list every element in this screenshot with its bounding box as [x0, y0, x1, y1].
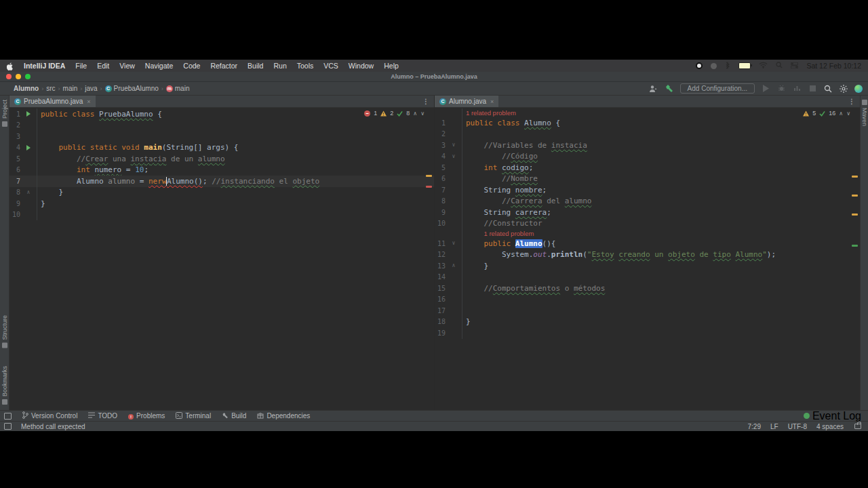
- file-encoding[interactable]: UTF-8: [788, 423, 807, 430]
- code-line-5[interactable]: 5//Crear una instacia de un alumno: [9, 153, 434, 165]
- code-line-13[interactable]: 13∧}: [435, 260, 860, 272]
- editor-options-icon[interactable]: ⋮: [422, 98, 430, 105]
- close-tab-icon[interactable]: ×: [87, 98, 90, 105]
- battery-icon[interactable]: [738, 62, 751, 69]
- search-icon[interactable]: [776, 62, 783, 70]
- stripe-mark-ok[interactable]: [852, 245, 858, 247]
- fold-end-icon[interactable]: ∧: [27, 190, 31, 195]
- settings-gear-icon[interactable]: [839, 84, 848, 94]
- code-line-5[interactable]: 5int codigo;: [435, 162, 860, 174]
- do-not-disturb-icon[interactable]: [711, 63, 717, 69]
- control-center-icon[interactable]: [791, 62, 798, 70]
- vcs-user-icon[interactable]: [649, 84, 658, 94]
- tab-alumno-java[interactable]: C Alumno.java ×: [435, 96, 498, 107]
- code-line-1[interactable]: 1public class Alumno {: [435, 117, 860, 129]
- tool-stripe-structure[interactable]: Structure: [1, 315, 8, 348]
- code-line-3[interactable]: 3: [9, 131, 434, 142]
- toolwindow-button-build[interactable]: Build: [222, 411, 246, 420]
- tool-stripe-bookmarks[interactable]: Bookmarks: [1, 366, 8, 405]
- breadcrumb-main[interactable]: main: [63, 85, 78, 92]
- toolwindow-button-terminal[interactable]: Terminal: [176, 411, 211, 420]
- menu-run[interactable]: Run: [273, 62, 286, 70]
- prev-problem-icon[interactable]: ∧: [839, 110, 843, 117]
- code-line-4[interactable]: 4∨//Código: [435, 151, 860, 163]
- tool-stripe-maven[interactable]: Maven: [861, 100, 868, 126]
- toolwindow-button-problems[interactable]: !Problems: [128, 411, 165, 420]
- caret-position[interactable]: 7:29: [747, 423, 760, 430]
- menu-window[interactable]: Window: [349, 62, 374, 70]
- wifi-icon[interactable]: [759, 62, 768, 70]
- readonly-lock-icon[interactable]: [854, 424, 861, 429]
- inspections-widget[interactable]: 128∧∨: [364, 110, 425, 117]
- menu-tools[interactable]: Tools: [297, 62, 314, 70]
- code-line-18[interactable]: 18}: [435, 317, 860, 328]
- code-line-10[interactable]: 10//Constructor: [435, 218, 860, 230]
- menu-navigate[interactable]: Navigate: [145, 62, 173, 70]
- stripe-mark-warning[interactable]: [852, 195, 858, 197]
- profiler-icon[interactable]: [792, 84, 802, 94]
- code-line-15[interactable]: 15//Comportamientos o métodos: [435, 283, 860, 294]
- menu-code[interactable]: Code: [183, 62, 200, 70]
- stripe-mark-warning[interactable]: [852, 176, 858, 178]
- toolwindow-button-version-control[interactable]: Version Control: [22, 411, 77, 420]
- breadcrumb-main[interactable]: mmain: [166, 85, 190, 92]
- inspections-widget[interactable]: 516∧∨: [803, 110, 850, 117]
- menu-edit[interactable]: Edit: [97, 62, 109, 70]
- code-line-6[interactable]: 6//Nombre: [435, 174, 860, 185]
- code-line-10[interactable]: 10: [9, 209, 434, 221]
- stripe-mark-error[interactable]: [426, 186, 432, 188]
- code-line-19[interactable]: 19: [435, 327, 860, 339]
- code-line-3[interactable]: 3∨//Variables de instacia: [435, 140, 860, 151]
- next-problem-icon[interactable]: ∨: [420, 110, 425, 117]
- toolwindow-button-todo[interactable]: TODO: [88, 411, 117, 420]
- tool-stripe-project[interactable]: Project: [1, 100, 8, 127]
- menu-vcs[interactable]: VCS: [323, 62, 338, 70]
- toolwindow-button-dependencies[interactable]: Dependencies: [257, 411, 310, 420]
- fold-icon[interactable]: ∨: [452, 241, 456, 246]
- code-line-8[interactable]: 8∧}: [9, 187, 434, 199]
- code-line-7[interactable]: 7Alumno alumno = nerwAlumno(); //instanc…: [9, 176, 434, 187]
- menu-clock[interactable]: Sat 12 Feb 10:12: [806, 62, 861, 70]
- code-with-me-sphere-icon[interactable]: [854, 85, 863, 93]
- stripe-mark-warning[interactable]: [852, 214, 858, 216]
- tab-pruebaalumno-java[interactable]: C PruebaAlumno.java ×: [9, 96, 96, 107]
- app-menu-intellij[interactable]: IntelliJ IDEA: [24, 62, 65, 70]
- code-line-4[interactable]: 4public static void main(String[] args) …: [9, 142, 434, 154]
- code-line-9[interactable]: 9String carrera;: [435, 207, 860, 218]
- menu-view[interactable]: View: [119, 62, 135, 70]
- code-line-8[interactable]: 8//Carrera del alumno: [435, 196, 860, 207]
- code-line-9[interactable]: 9}: [9, 198, 434, 209]
- bluetooth-icon[interactable]: [725, 62, 730, 70]
- fold-icon[interactable]: ∨: [452, 142, 456, 148]
- run-line-icon[interactable]: [26, 145, 31, 150]
- indent-setting[interactable]: 4 spaces: [816, 423, 844, 430]
- close-tab-icon[interactable]: ×: [490, 98, 494, 105]
- breadcrumb-alumno[interactable]: Alumno: [14, 85, 39, 92]
- code-line-11[interactable]: 11∨public Alumno(){: [435, 238, 860, 249]
- add-configuration-button[interactable]: Add Configuration...: [680, 83, 755, 94]
- record-icon[interactable]: [696, 62, 703, 69]
- event-log-button[interactable]: Event Log: [804, 410, 861, 422]
- editor-options-icon[interactable]: ⋮: [848, 98, 856, 105]
- run-line-icon[interactable]: [26, 111, 31, 117]
- fold-end-icon[interactable]: ∧: [452, 263, 456, 268]
- code-line-14[interactable]: 14: [435, 272, 860, 283]
- breadcrumb-pruebaalumno[interactable]: CPruebaAlumno: [105, 85, 159, 92]
- editor-pruebaalumno[interactable]: 1public class PruebaAlumno {234public st…: [9, 108, 434, 410]
- menu-help[interactable]: Help: [384, 62, 399, 70]
- next-problem-icon[interactable]: ∨: [846, 110, 850, 117]
- code-line-2[interactable]: 2: [435, 129, 860, 140]
- code-line-7[interactable]: 7String nombre;: [435, 184, 860, 196]
- breadcrumb-src[interactable]: src: [46, 85, 55, 92]
- menu-file[interactable]: File: [75, 62, 87, 70]
- apple-icon[interactable]: [7, 62, 14, 70]
- search-everywhere-icon[interactable]: [823, 84, 833, 94]
- line-separator[interactable]: LF: [770, 423, 778, 430]
- menu-refactor[interactable]: Refactor: [210, 62, 237, 70]
- stop-icon[interactable]: [808, 84, 817, 94]
- code-line-12[interactable]: 12System.out.println("Estoy creando un o…: [435, 249, 860, 261]
- build-hammer-icon[interactable]: [665, 84, 674, 94]
- editor-alumno[interactable]: 1 related problem1public class Alumno {2…: [435, 108, 860, 410]
- debug-icon[interactable]: [776, 84, 786, 94]
- tool-window-switcher-icon[interactable]: [4, 413, 12, 420]
